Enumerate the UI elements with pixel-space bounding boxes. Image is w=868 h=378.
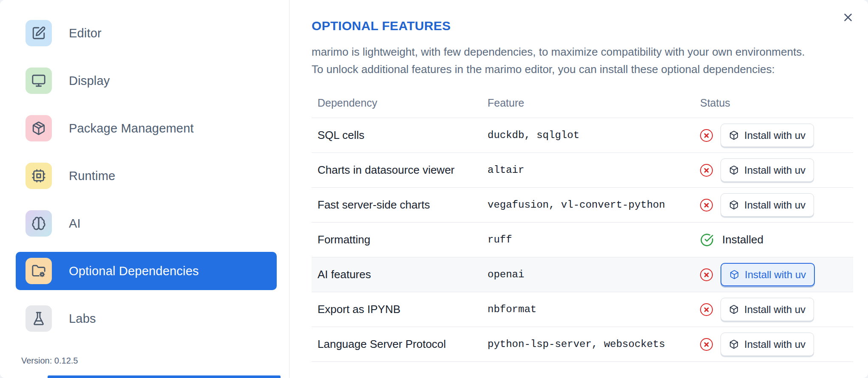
column-header-dependency: Dependency — [312, 97, 482, 109]
status-cell: Installed — [694, 233, 853, 247]
not-installed-icon — [700, 303, 713, 316]
status-cell: Install with uv — [694, 333, 853, 356]
sidebar-item-labs[interactable]: Labs — [16, 299, 277, 338]
folder-cog-icon — [26, 258, 52, 284]
status-cell: Install with uv — [694, 158, 853, 182]
sidebar-item-editor[interactable]: Editor — [16, 14, 277, 52]
table-row: SQL cells duckdb, sqlglot Install with u… — [312, 118, 853, 153]
table-row: Formatting ruff Installed — [312, 223, 853, 257]
sidebar-item-label: Package Management — [69, 121, 194, 135]
package-icon — [729, 305, 739, 314]
optional-features-panel: OPTIONAL FEATURES marimo is lightweight,… — [290, 0, 868, 378]
status-cell: Install with uv — [694, 298, 853, 321]
feature-cell: altair — [482, 164, 694, 176]
version-label: Version: 0.12.5 — [21, 356, 78, 366]
flask-icon — [26, 305, 52, 332]
dependency-cell: AI features — [312, 268, 482, 281]
sidebar-item-runtime[interactable]: Runtime — [16, 157, 277, 195]
page-title: OPTIONAL FEATURES — [312, 19, 868, 33]
package-icon — [729, 130, 739, 140]
dependency-cell: Language Server Protocol — [312, 338, 482, 351]
sidebar-item-display[interactable]: Display — [16, 62, 277, 100]
install-with-uv-button[interactable]: Install with uv — [720, 193, 814, 217]
close-icon[interactable] — [840, 9, 856, 25]
sidebar-item-label: Display — [69, 74, 110, 88]
install-button-label: Install with uv — [744, 304, 806, 316]
dependency-cell: Charts in datasource viewer — [312, 164, 482, 177]
package-icon — [729, 200, 739, 210]
sidebar-item-label: Labs — [69, 312, 96, 326]
package-icon — [26, 115, 52, 141]
sidebar-item-label: AI — [69, 217, 81, 231]
not-installed-icon — [700, 129, 713, 142]
feature-cell: nbformat — [482, 304, 694, 315]
edit-icon — [26, 20, 52, 46]
dependency-cell: Export as IPYNB — [312, 303, 482, 316]
install-with-uv-button[interactable]: Install with uv — [720, 298, 814, 321]
description-line: To unlock additional features in the mar… — [312, 61, 868, 78]
install-button-label: Install with uv — [744, 164, 806, 176]
sidebar-bottom-accent-bar — [48, 375, 281, 378]
dependency-cell: Fast server-side charts — [312, 198, 482, 212]
package-icon — [729, 270, 739, 279]
settings-sidebar: Editor Display Package Management Runtim… — [0, 0, 289, 378]
table-header: Dependency Feature Status — [312, 93, 853, 118]
status-cell: Install with uv — [694, 124, 853, 147]
monitor-icon — [26, 68, 52, 94]
dependencies-table: Dependency Feature Status SQL cells duck… — [312, 93, 853, 362]
table-row: Language Server Protocol python-lsp-serv… — [312, 327, 853, 362]
package-icon — [729, 339, 739, 349]
dependency-cell: SQL cells — [312, 129, 482, 142]
install-button-label: Install with uv — [744, 130, 806, 141]
panel-description: marimo is lightweight, with few dependen… — [312, 43, 868, 78]
table-row: Charts in datasource viewer altair Insta… — [312, 153, 853, 188]
feature-cell: vegafusion, vl-convert-python — [482, 199, 694, 211]
description-line: marimo is lightweight, with few dependen… — [312, 43, 868, 61]
table-row: Export as IPYNB nbformat Install with uv — [312, 292, 853, 327]
install-button-label: Install with uv — [745, 269, 806, 281]
sidebar-item-optional-dependencies[interactable]: Optional Dependencies — [16, 252, 277, 290]
sidebar-item-ai[interactable]: AI — [16, 204, 277, 243]
table-row: Fast server-side charts vegafusion, vl-c… — [312, 188, 853, 223]
not-installed-icon — [700, 268, 713, 281]
not-installed-icon — [700, 338, 713, 351]
installed-label: Installed — [722, 233, 763, 246]
cpu-icon — [26, 163, 52, 189]
package-icon — [729, 165, 739, 175]
table-row: AI features openai Install with uv — [312, 257, 853, 292]
install-button-label: Install with uv — [744, 199, 806, 211]
column-header-feature: Feature — [482, 97, 694, 109]
install-with-uv-button[interactable]: Install with uv — [720, 124, 814, 147]
dependency-cell: Formatting — [312, 233, 482, 246]
sidebar-item-package-management[interactable]: Package Management — [16, 109, 277, 147]
sidebar-item-label: Runtime — [69, 169, 115, 183]
install-with-uv-button[interactable]: Install with uv — [720, 158, 814, 182]
column-header-status: Status — [694, 97, 853, 109]
feature-cell: duckdb, sqlglot — [482, 130, 694, 141]
feature-cell: ruff — [482, 234, 694, 245]
not-installed-icon — [700, 199, 713, 212]
status-cell: Install with uv — [694, 263, 853, 286]
brain-icon — [26, 210, 52, 237]
install-button-label: Install with uv — [744, 339, 806, 350]
not-installed-icon — [700, 164, 713, 177]
settings-dialog: Editor Display Package Management Runtim… — [0, 0, 868, 378]
sidebar-item-label: Optional Dependencies — [69, 264, 199, 278]
status-cell: Install with uv — [694, 193, 853, 217]
sidebar-item-label: Editor — [69, 26, 102, 40]
installed-check-icon — [700, 233, 714, 247]
feature-cell: openai — [482, 269, 694, 280]
install-with-uv-button[interactable]: Install with uv — [720, 333, 814, 356]
feature-cell: python-lsp-server, websockets — [482, 339, 694, 350]
install-with-uv-button[interactable]: Install with uv — [720, 263, 815, 286]
